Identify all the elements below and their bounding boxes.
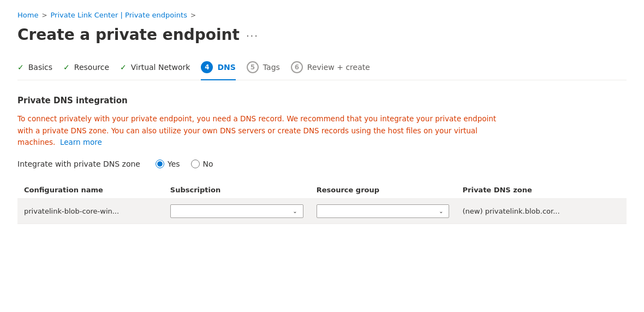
cell-resource-group[interactable]: ⌄	[310, 198, 456, 223]
content-area: Private DNS integration To connect priva…	[17, 96, 627, 224]
radio-yes-label: Yes	[168, 160, 180, 168]
integrate-dns-label: Integrate with private DNS zone	[17, 160, 140, 168]
learn-more-link[interactable]: Learn more	[60, 138, 102, 146]
step-basics[interactable]: ✓ Basics	[17, 63, 63, 78]
col-header-rg: Resource group	[310, 181, 456, 199]
step-tags-label: Tags	[263, 63, 280, 72]
subscription-dropdown[interactable]: ⌄	[170, 204, 303, 218]
page-title: Create a private endpoint	[17, 26, 240, 44]
page-title-row: Create a private endpoint ···	[17, 26, 627, 44]
breadcrumb-home[interactable]: Home	[17, 11, 38, 19]
dns-section-title: Private DNS integration	[17, 96, 627, 105]
radio-yes-option[interactable]: Yes	[156, 160, 180, 168]
integrate-dns-row: Integrate with private DNS zone Yes No	[17, 160, 627, 168]
resource-group-dropdown[interactable]: ⌄	[317, 204, 450, 218]
dns-description: To connect privately with your private e…	[17, 113, 509, 149]
step-basics-check: ✓	[17, 63, 24, 72]
breadcrumb-sep-1: >	[41, 11, 47, 19]
col-header-subscription: Subscription	[164, 181, 310, 199]
step-tags[interactable]: 5 Tags	[247, 61, 291, 80]
table-row: privatelink-blob-core-win... ⌄ ⌄ (new) p…	[17, 198, 627, 223]
radio-yes-input[interactable]	[156, 160, 164, 168]
steps-row: ✓ Basics ✓ Resource ✓ Virtual Network 4 …	[17, 61, 627, 80]
cell-config-name: privatelink-blob-core-win...	[17, 198, 164, 223]
step-dns-circle: 4	[201, 61, 213, 73]
step-dns-label: DNS	[217, 63, 235, 72]
step-vnet-label: Virtual Network	[131, 63, 190, 72]
step-virtual-network[interactable]: ✓ Virtual Network	[120, 63, 201, 78]
step-basics-label: Basics	[28, 63, 52, 72]
step-tags-circle: 5	[247, 61, 259, 73]
dns-table: Configuration name Subscription Resource…	[17, 181, 627, 224]
step-dns[interactable]: 4 DNS	[201, 61, 246, 80]
breadcrumb-private-link[interactable]: Private Link Center | Private endpoints	[50, 11, 187, 19]
subscription-dropdown-chevron: ⌄	[293, 208, 297, 214]
cell-dns-zone: (new) privatelink.blob.cor...	[456, 198, 627, 223]
step-review-label: Review + create	[307, 63, 370, 72]
step-resource[interactable]: ✓ Resource	[63, 63, 120, 78]
breadcrumb-sep-2: >	[190, 11, 196, 19]
radio-no-option[interactable]: No	[191, 160, 213, 168]
radio-no-label: No	[203, 160, 213, 168]
integrate-dns-radio-group: Yes No	[156, 160, 213, 168]
step-review-circle: 6	[291, 61, 303, 73]
page-menu-icon[interactable]: ···	[246, 30, 259, 42]
col-header-dns-zone: Private DNS zone	[456, 181, 627, 199]
step-review-create[interactable]: 6 Review + create	[291, 61, 381, 80]
breadcrumb: Home > Private Link Center | Private end…	[17, 11, 627, 19]
col-header-config: Configuration name	[17, 181, 164, 199]
step-resource-label: Resource	[74, 63, 109, 72]
radio-no-input[interactable]	[191, 160, 200, 168]
step-vnet-check: ✓	[120, 63, 127, 72]
step-resource-check: ✓	[63, 63, 70, 72]
resource-group-dropdown-chevron: ⌄	[439, 208, 443, 214]
cell-subscription[interactable]: ⌄	[164, 198, 310, 223]
